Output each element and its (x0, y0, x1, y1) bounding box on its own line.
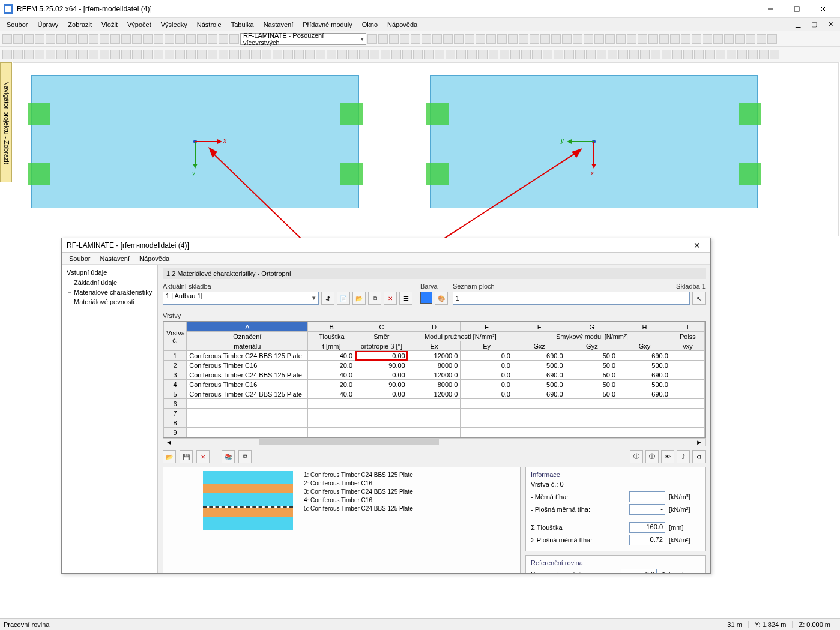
toolbar-button[interactable] (400, 34, 409, 44)
toolbar-button[interactable] (219, 34, 228, 44)
toolbar-button[interactable] (110, 50, 120, 59)
toolbar-button[interactable] (367, 34, 377, 44)
toolbar-button[interactable] (24, 50, 34, 59)
toolbar-button[interactable] (381, 50, 390, 59)
seznam-ploch-input[interactable] (453, 292, 690, 305)
toolbar-button[interactable] (759, 50, 769, 59)
toolbar-button[interactable] (56, 34, 66, 44)
menu-item[interactable]: Tabulka (227, 20, 258, 29)
dialog-close-button[interactable]: ✕ (689, 241, 706, 250)
toolbar-button[interactable] (165, 34, 174, 44)
col-letter[interactable]: I (671, 322, 704, 332)
menu-item[interactable]: Nápověda (136, 255, 173, 262)
toolbar-button[interactable] (422, 34, 431, 44)
table-row[interactable]: 9 (164, 428, 705, 437)
table-row[interactable]: 8 (164, 418, 705, 428)
table-row[interactable]: 4Coniferous Timber C1620.090.008000.00.0… (164, 380, 705, 389)
menu-item[interactable]: Vložit (97, 20, 122, 29)
mdi-minimize-icon[interactable]: ▁ (791, 19, 805, 29)
toolbar-button[interactable] (316, 50, 325, 59)
table-row[interactable]: 1Coniferous Timber C24 BBS 125 Plate40.0… (164, 351, 705, 361)
pick-surface-icon[interactable]: ↖ (692, 292, 706, 305)
table-row[interactable]: 2Coniferous Timber C1620.090.008000.00.0… (164, 361, 705, 370)
toolbar-button[interactable] (370, 50, 379, 59)
toolbar-button[interactable] (694, 50, 704, 59)
toolbar-button[interactable] (564, 50, 574, 59)
toolbar-button[interactable] (519, 34, 528, 44)
toolbar-button[interactable] (500, 50, 509, 59)
toolbar-button[interactable] (727, 50, 736, 59)
toolbar-button[interactable] (78, 50, 88, 59)
model-viewport[interactable]: x y y x (13, 62, 839, 236)
toolbar-button[interactable] (46, 34, 55, 44)
toolbar-button[interactable] (456, 50, 466, 59)
toolbar-button[interactable] (575, 50, 585, 59)
toolbar-button[interactable] (100, 34, 109, 44)
toolbar-button[interactable] (532, 50, 542, 59)
menu-item[interactable]: Nastavení (259, 20, 298, 29)
toolbar-button[interactable] (594, 34, 604, 44)
toolbar-button[interactable] (229, 50, 239, 59)
table-row[interactable]: 5Coniferous Timber C24 BBS 125 Plate40.0… (164, 389, 705, 399)
toolbar-button[interactable] (662, 50, 671, 59)
toolbar-button[interactable] (337, 50, 347, 59)
menu-item[interactable]: Okno (358, 20, 382, 29)
toolbar-button[interactable] (692, 34, 701, 44)
toolbar-button[interactable] (154, 50, 163, 59)
toolbar-button[interactable] (608, 50, 617, 59)
menu-item[interactable]: Zobrazit (64, 20, 96, 29)
toolbar-button[interactable] (208, 50, 217, 59)
toolbar-button[interactable] (618, 50, 628, 59)
toolbar-button[interactable] (703, 34, 712, 44)
toolbar-button[interactable] (175, 50, 185, 59)
menu-item[interactable]: Přídavné moduly (298, 20, 357, 29)
toolbar-button[interactable] (2, 50, 12, 59)
toolbar-button[interactable] (186, 34, 196, 44)
toolbar-button[interactable] (476, 34, 485, 44)
open-icon[interactable]: 📂 (163, 450, 176, 463)
toolbar-button[interactable] (735, 34, 745, 44)
toolbar-button[interactable] (454, 34, 464, 44)
col-letter[interactable]: D (408, 322, 461, 332)
toolbar-button[interactable] (100, 50, 109, 59)
spinner-icon[interactable]: ⇵ (321, 292, 334, 305)
toolbar-button[interactable] (540, 34, 550, 44)
toolbar-button[interactable] (56, 50, 66, 59)
col-letter[interactable]: H (618, 322, 671, 332)
toolbar-button[interactable] (154, 34, 163, 44)
toolbar-button[interactable] (186, 50, 196, 59)
toolbar-button[interactable] (78, 34, 88, 44)
toolbar-button[interactable] (89, 34, 98, 44)
export-icon[interactable]: ⤴ (677, 450, 690, 463)
toolbar-button[interactable] (121, 34, 131, 44)
toolbar-button[interactable] (551, 34, 561, 44)
toolbar-button[interactable] (305, 50, 315, 59)
info-icon[interactable]: ⓘ (645, 450, 659, 463)
toolbar-button[interactable] (648, 34, 658, 44)
menu-item[interactable]: Nápověda (383, 20, 422, 29)
toolbar-button[interactable] (411, 34, 420, 44)
toolbar-button[interactable] (629, 50, 639, 59)
toolbar-button[interactable] (770, 50, 779, 59)
library-icon[interactable]: 📚 (222, 450, 235, 463)
toolbar-button[interactable] (573, 34, 582, 44)
toolbar-button[interactable] (757, 34, 766, 44)
folder-icon[interactable]: 📂 (352, 292, 366, 305)
toolbar-button[interactable] (681, 34, 690, 44)
col-letter[interactable]: G (566, 322, 618, 332)
toolbar-button[interactable] (89, 50, 98, 59)
col-letter[interactable]: C (355, 322, 408, 332)
info-icon[interactable]: ⓘ (630, 450, 643, 463)
delete-icon[interactable]: ✕ (384, 292, 397, 305)
toolbar-button[interactable] (767, 34, 777, 44)
toolbar-button[interactable] (67, 34, 77, 44)
toolbar-button[interactable] (659, 34, 669, 44)
toolbar-button[interactable] (219, 50, 228, 59)
minimize-button[interactable] (757, 1, 784, 17)
toolbar-button[interactable] (497, 34, 507, 44)
toolbar-button[interactable] (605, 34, 615, 44)
grid-hscroll[interactable]: ◄► (163, 438, 706, 446)
toolbar-button[interactable] (2, 34, 12, 44)
toolbar-button[interactable] (713, 34, 723, 44)
table-row[interactable]: 6 (164, 399, 705, 409)
